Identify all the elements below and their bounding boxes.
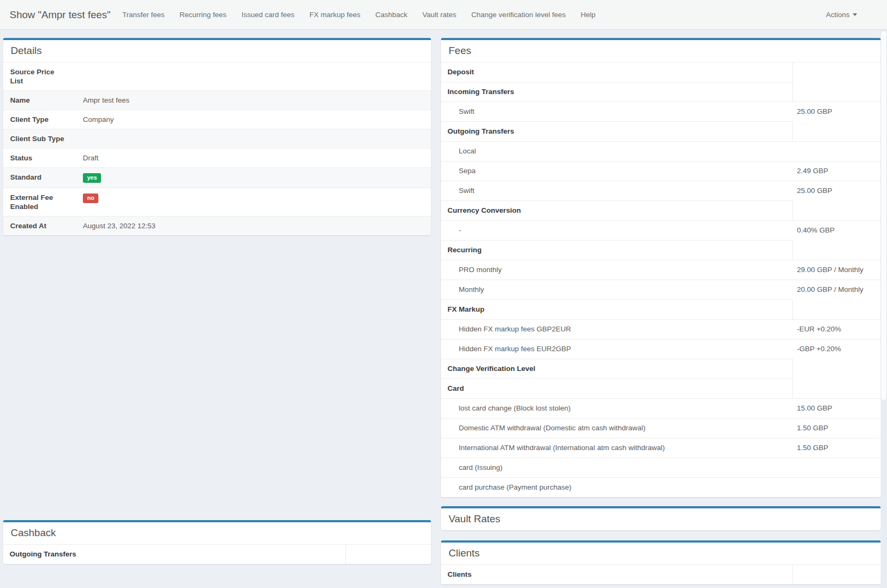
fee-value: 1.50 GBP [792,438,881,458]
fee-section-label: Clients [441,565,792,584]
fees-table: Deposit Incoming Transfers Swift 25.00 G… [441,63,881,497]
nav-link-help[interactable]: Help [581,11,596,19]
actions-dropdown-button[interactable]: Actions [826,11,871,19]
nav-link-recurring-fees[interactable]: Recurring fees [180,11,227,19]
table-row: Client Type Company [3,110,431,129]
table-row: FX Markup [441,300,881,320]
attr-label: Status [3,149,76,168]
table-row: Outgoing Transfers [3,545,431,564]
scrollbar-thumb[interactable] [881,30,887,401]
fee-value: 1.50 GBP [792,419,881,438]
attr-value: Draft [76,149,431,168]
fee-label: Hidden FX markup fees EUR2GBP [441,339,792,359]
fee-section-label: Outgoing Transfers [441,122,792,142]
fee-value [792,478,881,498]
attr-label: Standard [3,168,76,188]
cashback-panel-title: Cashback [3,522,431,545]
nav-link-issued-card-fees[interactable]: Issued card fees [242,11,295,19]
clients-table: Clients [441,565,881,584]
fee-section-label: FX Markup [441,300,792,320]
table-row: Swift 25.00 GBP [441,102,881,122]
table-row: Deposit [441,63,881,82]
scrollbar[interactable] [881,30,887,588]
nav-link-cashback[interactable]: Cashback [375,11,407,19]
attr-value: Ampr test fees [76,91,431,110]
fee-value [792,142,881,161]
top-nav: Transfer fees Recurring fees Issued card… [122,11,596,19]
table-row: Sepa 2.49 GBP [441,161,881,181]
table-row: Hidden FX markup fees EUR2GBP -GBP +0.20… [441,339,881,359]
attr-label: Client Type [3,110,76,129]
attr-label: Name [3,91,76,110]
fee-value: 29.00 GBP / Monthly [792,260,881,280]
chevron-down-icon [853,13,857,16]
fees-panel-title: Fees [441,40,881,63]
fee-section-label: Card [441,379,792,399]
fee-value [792,379,881,399]
details-panel-title: Details [3,40,431,63]
fee-value [792,565,881,584]
fee-value [792,300,881,320]
left-column: Details Source Price List Name Ampr test… [3,38,431,564]
table-row: Domestic ATM withdrawal (Domestic atm ca… [441,419,881,438]
fee-value: 0.40% GBP [792,221,881,241]
fee-value: -EUR +0.20% [792,320,881,339]
fee-label: Sepa [441,161,792,181]
fee-value [792,201,881,221]
table-row: External Fee Enabled no [3,188,431,216]
nav-link-fx-markup-fees[interactable]: FX markup fees [310,11,360,19]
fee-section-label: Recurring [441,241,792,260]
attr-label: Source Price List [3,63,76,91]
table-row: Clients [441,565,881,584]
table-row: International ATM withdrawal (Internatio… [441,438,881,458]
fee-value: -GBP +0.20% [792,339,881,359]
fee-value [792,63,881,82]
fee-label: card purchase (Payment purchase) [441,478,792,498]
table-row: Created At August 23, 2022 12:53 [3,216,431,236]
attr-value [76,63,431,91]
nav-link-change-verification-level-fees[interactable]: Change verification level fees [472,11,566,19]
table-row: PRO monthly 29.00 GBP / Monthly [441,260,881,280]
fee-value: 15.00 GBP [792,399,881,419]
table-row: Swift 25.00 GBP [441,181,881,201]
table-row: lost card change (Block lost stolen) 15.… [441,399,881,419]
fee-label: card (Issuing) [441,458,792,478]
main-content: Details Source Price List Name Ampr test… [0,30,887,584]
table-row: Client Sub Type [3,129,431,149]
attr-value: no [76,188,431,216]
fee-label: Hidden FX markup fees GBP2EUR [441,320,792,339]
right-column: Fees Deposit Incoming Transfers Swift 25… [441,38,881,584]
table-row: Monthly 20.00 GBP / Monthly [441,280,881,300]
fee-value [792,359,881,379]
table-row: Card [441,379,881,399]
actions-label: Actions [826,11,850,19]
fee-value [792,458,881,478]
fee-value [346,545,431,564]
fee-label: Swift [441,181,792,201]
fee-label: Domestic ATM withdrawal (Domestic atm ca… [441,419,792,438]
details-table: Source Price List Name Ampr test fees Cl… [3,63,431,235]
cashback-table: Outgoing Transfers [3,545,431,564]
nav-link-transfer-fees[interactable]: Transfer fees [122,11,165,19]
nav-link-vault-rates[interactable]: Vault rates [422,11,457,19]
table-row: Change Verification Level [441,359,881,379]
table-row: Status Draft [3,149,431,168]
attr-value [76,129,431,149]
table-row: Recurring [441,241,881,260]
clients-panel: Clients Clients [441,540,881,584]
table-row: Standard yes [3,168,431,188]
fee-label: International ATM withdrawal (Internatio… [441,438,792,458]
table-row: card purchase (Payment purchase) [441,478,881,498]
fee-value: 2.49 GBP [792,161,881,181]
table-row: Local [441,142,881,161]
fee-value: 25.00 GBP [792,102,881,122]
fee-label: - [441,221,792,241]
fee-label: Monthly [441,280,792,300]
attr-value: August 23, 2022 12:53 [76,216,431,236]
fee-label: PRO monthly [441,260,792,280]
table-row: Currency Conversion [441,201,881,221]
attr-label: Client Sub Type [3,129,76,149]
fee-label: Local [441,142,792,161]
page-title: Show "Ampr test fees" [10,9,111,21]
table-row: card (Issuing) [441,458,881,478]
